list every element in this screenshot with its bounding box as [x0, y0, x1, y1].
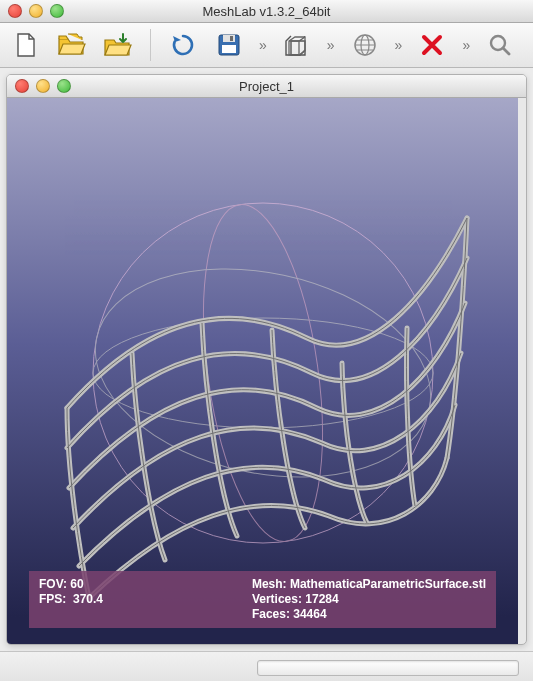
svg-point-8 [93, 318, 433, 428]
project-titlebar: Project_1 [7, 75, 526, 98]
reload-button[interactable] [167, 29, 199, 61]
render-cube-icon [283, 31, 311, 59]
main-toolbar: » » » » [0, 23, 533, 68]
svg-rect-1 [223, 35, 235, 42]
app-statusbar [0, 651, 533, 681]
render-cube-button[interactable] [281, 29, 313, 61]
project-title: Project_1 [7, 79, 526, 94]
globe-icon [352, 32, 378, 58]
project-zoom-icon[interactable] [57, 79, 71, 93]
save-button[interactable] [213, 29, 245, 61]
vertices-value: 17284 [305, 592, 338, 606]
search-icon [487, 32, 513, 58]
mesh-label: Mesh: [252, 577, 287, 591]
delete-mesh-icon [419, 32, 445, 58]
viewport-status: FOV: 60 FPS: 370.4 Mesh: MathematicaPara… [29, 571, 496, 628]
minimize-icon[interactable] [29, 4, 43, 18]
project-close-icon[interactable] [15, 79, 29, 93]
new-project-button[interactable] [10, 29, 42, 61]
close-icon[interactable] [8, 4, 22, 18]
app-titlebar: MeshLab v1.3.2_64bit [0, 0, 533, 23]
fps-value: 370.4 [73, 592, 103, 606]
import-mesh-icon [103, 32, 133, 58]
toolbar-expand-2[interactable]: » [327, 37, 335, 53]
toolbar-expand-4[interactable]: » [462, 37, 470, 53]
fov-label: FOV: [39, 577, 67, 591]
viewport-3d[interactable]: FOV: 60 FPS: 370.4 Mesh: MathematicaPara… [7, 98, 518, 644]
delete-mesh-button[interactable] [416, 29, 448, 61]
fov-value: 60 [70, 577, 83, 591]
open-project-button[interactable] [56, 29, 88, 61]
open-project-icon [57, 32, 87, 58]
faces-value: 34464 [293, 607, 326, 621]
toolbar-separator [150, 29, 151, 61]
globe-button[interactable] [349, 29, 381, 61]
project-window: Project_1 [6, 74, 527, 645]
toolbar-expand-1[interactable]: » [259, 37, 267, 53]
app-title: MeshLab v1.3.2_64bit [0, 4, 533, 19]
faces-label: Faces: [252, 607, 290, 621]
svg-rect-2 [230, 36, 233, 41]
toolbar-expand-3[interactable]: » [395, 37, 403, 53]
save-icon [216, 32, 242, 58]
import-mesh-button[interactable] [102, 29, 134, 61]
search-button[interactable] [484, 29, 516, 61]
zoom-icon[interactable] [50, 4, 64, 18]
vertices-label: Vertices: [252, 592, 302, 606]
new-project-icon [12, 31, 40, 59]
svg-point-7 [93, 203, 433, 543]
project-minimize-icon[interactable] [36, 79, 50, 93]
mesh-render [7, 98, 518, 644]
reload-icon [170, 32, 196, 58]
mesh-value: MathematicaParametricSurface.stl [290, 577, 486, 591]
svg-rect-3 [222, 45, 236, 53]
fps-label: FPS: [39, 592, 66, 606]
progress-bar [257, 660, 519, 676]
